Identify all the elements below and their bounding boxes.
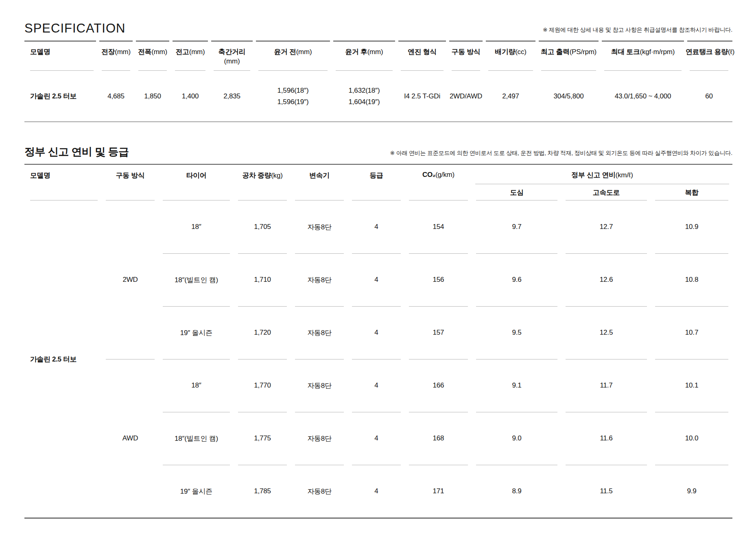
fuel-col-transmission: 변속기	[291, 165, 348, 200]
fuel-col-tire: 타이어	[159, 165, 234, 200]
spec-col-track-front: 윤거 전(mm)	[254, 41, 332, 71]
row-divider	[238, 465, 287, 465]
spec-col-height: 전고(mm)	[171, 41, 210, 71]
fuel-drive-2wd: 2WD	[102, 200, 159, 359]
fuel-city: 9.0	[472, 412, 562, 465]
spec-max-power-value: 304/5,800	[537, 71, 600, 122]
fuel-city: 9.1	[472, 359, 562, 412]
fuel-title: 정부 신고 연비 및 등급	[24, 145, 129, 159]
fuel-grade: 4	[348, 359, 405, 412]
fuel-city: 9.5	[472, 306, 562, 359]
row-divider	[106, 359, 155, 359]
row-divider	[352, 306, 401, 307]
spec-col-track-rear: 윤거 후(mm)	[332, 41, 397, 71]
row-divider	[566, 412, 647, 412]
fuel-section-header: 정부 신고 연비 및 등급 ※ 아래 연비는 표준모드에 의한 연비로서 도로 …	[24, 145, 732, 159]
spec-length-value: 4,685	[98, 71, 134, 122]
fuel-weight: 1,705	[234, 200, 291, 253]
fuel-tire: 18″(빌트인 캠)	[159, 253, 234, 306]
row-divider	[476, 359, 557, 359]
fuel-weight: 1,775	[234, 412, 291, 465]
fuel-tire: 19″ 올시즌	[159, 306, 234, 359]
spec-section-header: SPECIFICATION ※ 제원에 대한 상세 내용 및 참고 사항은 취급…	[24, 21, 732, 36]
row-divider	[409, 412, 468, 412]
spec-col-drive: 구동 방식	[448, 41, 484, 71]
fuel-grade: 4	[348, 253, 405, 306]
fuel-trans: 자동8단	[291, 465, 348, 518]
spec-note: ※ 제원에 대한 상세 내용 및 참고 사항은 취급설명서를 참조하시기 바랍니…	[543, 26, 732, 36]
fuel-co2: 156	[405, 253, 472, 306]
fuel-grade: 4	[348, 412, 405, 465]
spec-col-fuel-tank: 연료탱크 용량(ℓ)	[686, 41, 732, 71]
spec-drive-value: 2WD/AWD	[448, 71, 484, 122]
spec-displacement-value: 2,497	[484, 71, 537, 122]
fuel-city: 9.7	[472, 200, 562, 253]
fuel-tire: 18″	[159, 200, 234, 253]
fuel-combined: 9.9	[651, 465, 732, 518]
row-divider	[566, 465, 647, 465]
fuel-highway: 11.6	[562, 412, 651, 465]
row-divider	[655, 412, 728, 412]
row-divider	[655, 253, 728, 254]
fuel-note: ※ 아래 연비는 표준모드에 의한 연비로서 도로 상태, 운전 방법, 차량 …	[390, 150, 732, 159]
spec-track-front-value: 1,596(18″)1,596(19″)	[254, 71, 332, 122]
spec-col-wheelbase: 축간거리(mm)	[210, 41, 254, 71]
fuel-weight: 1,710	[234, 253, 291, 306]
row-divider	[655, 465, 728, 465]
spec-max-torque-value: 43.0/1,650 ~ 4,000	[600, 71, 686, 122]
fuel-col-group-economy: 정부 신고 연비(km/ℓ)	[472, 165, 732, 184]
fuel-col-highway: 고속도로	[562, 184, 651, 200]
row-divider	[295, 359, 344, 359]
spec-engine-value: I4 2.5 T-GDi	[397, 71, 448, 122]
fuel-trans: 자동8단	[291, 412, 348, 465]
spec-track-rear-value: 1,632(18″)1,604(19″)	[332, 71, 397, 122]
row-divider	[295, 306, 344, 307]
fuel-grade: 4	[348, 465, 405, 518]
fuel-trans: 자동8단	[291, 359, 348, 412]
fuel-highway: 11.5	[562, 465, 651, 518]
fuel-combined: 10.1	[651, 359, 732, 412]
fuel-highway: 12.6	[562, 253, 651, 306]
row-divider	[409, 359, 468, 359]
fuel-co2: 157	[405, 306, 472, 359]
fuel-co2: 154	[405, 200, 472, 253]
fuel-highway: 11.7	[562, 359, 651, 412]
fuel-grade: 4	[348, 200, 405, 253]
fuel-weight: 1,785	[234, 465, 291, 518]
row-divider	[409, 465, 468, 465]
spec-height-value: 1,400	[171, 71, 210, 122]
spec-wheelbase-value: 2,835	[210, 71, 254, 122]
fuel-city: 8.9	[472, 465, 562, 518]
fuel-weight: 1,720	[234, 306, 291, 359]
fuel-col-drive: 구동 방식	[102, 165, 159, 200]
row-divider	[352, 412, 401, 412]
spec-page: SPECIFICATION ※ 제원에 대한 상세 내용 및 참고 사항은 취급…	[0, 0, 756, 518]
fuel-trans: 자동8단	[291, 253, 348, 306]
row-divider	[476, 306, 557, 307]
spec-model-name: 가솔린 2.5 터보	[24, 71, 98, 122]
fuel-drive-awd: AWD	[102, 359, 159, 518]
fuel-highway: 12.7	[562, 200, 651, 253]
fuel-model-name: 가솔린 2.5 터보	[24, 200, 102, 518]
spec-title: SPECIFICATION	[24, 21, 125, 36]
fuel-combined: 10.7	[651, 306, 732, 359]
spec-table: 모델명 전장(mm) 전폭(mm) 전고(mm) 축간거리(mm) 윤거 전(m…	[24, 41, 732, 122]
spec-col-width: 전폭(mm)	[134, 41, 171, 71]
fuel-co2: 171	[405, 465, 472, 518]
fuel-col-grade: 등급	[348, 165, 405, 200]
row-divider	[163, 465, 230, 465]
fuel-table: 모델명 구동 방식 타이어 공차 중량(kg) 변속기 등급 CO₂(g/km)…	[24, 165, 732, 518]
row-divider	[238, 359, 287, 359]
spec-col-engine: 엔진 형식	[397, 41, 448, 71]
fuel-combined: 10.8	[651, 253, 732, 306]
row-divider	[476, 412, 557, 412]
fuel-co2: 166	[405, 359, 472, 412]
row-divider	[163, 412, 230, 412]
row-divider	[238, 253, 287, 254]
fuel-co2: 168	[405, 412, 472, 465]
row-divider	[655, 359, 728, 359]
fuel-col-curb-weight: 공차 중량(kg)	[234, 165, 291, 200]
fuel-col-co2: CO₂(g/km)	[405, 165, 472, 200]
row-divider	[163, 359, 230, 359]
fuel-trans: 자동8단	[291, 306, 348, 359]
